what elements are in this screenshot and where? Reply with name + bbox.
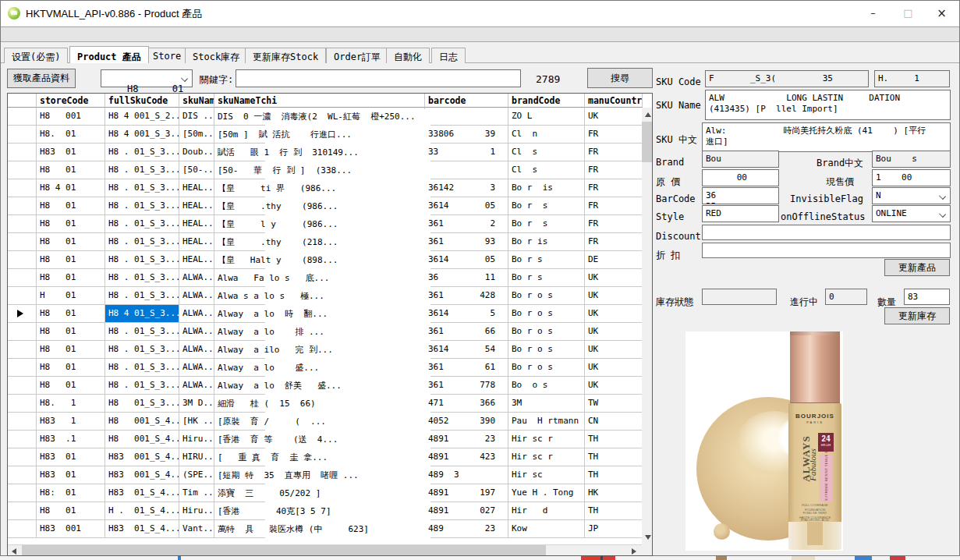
barcode-field[interactable]: 36 35 — [702, 187, 779, 204]
grid-cell[interactable]: [HK ... — [179, 413, 214, 431]
grid-corner-cell[interactable] — [8, 94, 37, 108]
grid-cell[interactable]: FR — [585, 161, 642, 179]
row-selector[interactable] — [8, 323, 37, 341]
grid-cell[interactable]: FR — [585, 144, 642, 161]
grid-cell[interactable]: UK — [585, 377, 642, 395]
grid-cell[interactable]: H8 01 — [37, 502, 105, 520]
grid-cell[interactable]: ALWA... — [179, 377, 214, 395]
grid-cell[interactable]: H8 . 01_S_3... — [105, 377, 179, 395]
vertical-scrollbar[interactable] — [642, 108, 653, 544]
tab-item-0[interactable]: 设置(必需) — [4, 48, 68, 63]
grid-cell[interactable]: UK — [585, 108, 642, 126]
grid-cell[interactable]: H8 01 — [37, 323, 105, 341]
grid-cell[interactable]: HEAL... — [179, 197, 214, 215]
grid-cell[interactable]: H83 001_S_4... — [105, 466, 179, 484]
grid-cell[interactable]: H83 01 — [37, 466, 105, 484]
stock-status-field[interactable] — [702, 289, 777, 305]
row-selector[interactable] — [8, 161, 37, 179]
grid-cell[interactable]: 3M — [508, 395, 585, 413]
grid-cell[interactable]: TH — [585, 502, 642, 520]
grid-cell[interactable]: JP — [585, 520, 642, 538]
grid-cell[interactable]: Yue H . Tong — [508, 484, 585, 502]
tab-item-5[interactable]: Order訂單 — [326, 48, 388, 63]
original-price-field[interactable]: 00 — [702, 169, 779, 186]
grid-cell[interactable]: DE — [585, 251, 642, 269]
grid-cell[interactable]: Cl s — [508, 161, 585, 179]
row-selector[interactable] — [8, 197, 37, 215]
grid-cell[interactable]: H8 01 — [37, 251, 105, 269]
grid-cell[interactable]: H83 01 — [37, 144, 105, 161]
grid-cell[interactable]: H8: 01 — [37, 484, 105, 502]
grid-cell[interactable]: Bo r s — [508, 197, 585, 215]
grid-cell[interactable]: HEAL... — [179, 251, 214, 269]
grid-cell[interactable]: UK — [585, 305, 642, 323]
grid-cell[interactable]: HEAL... — [179, 215, 214, 233]
grid-cell[interactable]: Cl n — [508, 126, 585, 144]
grid-cell[interactable]: ZO L — [508, 108, 585, 126]
grid-cell[interactable]: H 01 — [37, 287, 105, 305]
grid-cell[interactable]: H8 . 01_S_3... — [105, 197, 179, 215]
grid-cell[interactable]: Bo r o s — [508, 359, 585, 377]
grid-cell[interactable]: Bo o s — [508, 377, 585, 395]
tab-product[interactable]: Product 產品 — [69, 46, 149, 63]
grid-cell[interactable]: FR — [585, 179, 642, 197]
grid-cell[interactable]: Cl s — [508, 144, 585, 161]
grid-cell[interactable]: H83 01 — [37, 448, 105, 466]
grid-cell[interactable]: H8 01 — [37, 233, 105, 251]
grid-cell[interactable]: Pau H rtmann — [508, 413, 585, 431]
grid-cell[interactable]: TH — [585, 466, 642, 484]
grid-cell[interactable]: H8 4 001_S_2... — [105, 108, 179, 126]
row-selector[interactable] — [8, 341, 37, 359]
grid-cell[interactable]: Bo r s — [508, 215, 585, 233]
grid-cell[interactable]: Hiru... — [179, 431, 214, 448]
grid-cell[interactable]: H8 01 — [37, 215, 105, 233]
column-header-skuNameTchi[interactable]: skuNameTchi — [214, 94, 425, 108]
grid-cell[interactable]: TH — [585, 448, 642, 466]
column-header-manuCountry[interactable]: manuCountry — [585, 94, 643, 108]
row-selector[interactable] — [8, 108, 37, 126]
row-selector[interactable] — [8, 126, 37, 144]
row-selector[interactable] — [8, 431, 37, 448]
row-selector[interactable] — [8, 233, 37, 251]
grid-cell[interactable]: H8 01 — [37, 341, 105, 359]
grid-cell[interactable]: Bo r o s — [508, 287, 585, 305]
grid-cell[interactable]: 489 3 — [425, 466, 508, 484]
grid-cell[interactable]: H8 . 01_S_3... — [105, 341, 179, 359]
in-progress-field[interactable]: 0 — [825, 289, 867, 305]
grid-cell[interactable]: H83 .1 — [37, 431, 105, 448]
row-selector[interactable] — [8, 466, 37, 484]
grid-cell[interactable]: 361 61 — [425, 359, 508, 377]
column-header-brandCode[interactable]: brandCode — [508, 94, 585, 108]
sku-name-field[interactable]: ALW LONG LASTIN DATION (413435) [P llel … — [705, 90, 951, 120]
tab-item-3[interactable]: Stock庫存 — [185, 48, 247, 63]
on-offline-status-dropdown[interactable]: ONLINE — [872, 205, 951, 222]
grid-cell[interactable]: 3614 05 — [425, 197, 508, 215]
update-stock-button[interactable]: 更新庫存 — [884, 307, 950, 324]
update-product-button[interactable]: 更新產品 — [884, 259, 950, 276]
grid-cell[interactable]: FR — [585, 215, 642, 233]
grid-cell[interactable]: 471 366 — [425, 395, 508, 413]
row-selector[interactable] — [8, 502, 37, 520]
grid-cell[interactable]: UK — [585, 269, 642, 287]
grid-cell[interactable]: H83 01_S_4... — [105, 520, 179, 538]
grid-cell[interactable]: TH — [585, 431, 642, 448]
tab-item-7[interactable]: 日志 — [431, 48, 466, 63]
grid-cell[interactable]: Tim ... — [179, 484, 214, 502]
grid-cell[interactable]: H83 001 — [37, 520, 105, 538]
grid-cell[interactable]: H8 . 01_S_3... — [105, 233, 179, 251]
grid-cell[interactable]: H8 . 01_S_3... — [105, 144, 179, 161]
grid-cell[interactable]: 33806 39 — [425, 126, 508, 144]
grid-cell[interactable]: TW — [585, 395, 642, 413]
grid-cell[interactable]: H83 001_S_4... — [105, 448, 179, 466]
grid-cell[interactable]: UK — [585, 287, 642, 305]
row-selector[interactable] — [8, 413, 37, 431]
grid-cell[interactable]: Kow — [508, 520, 585, 538]
grid-cell[interactable]: H8. 01 — [37, 126, 105, 144]
horizontal-scroll-thumb[interactable] — [22, 545, 546, 556]
style-field[interactable]: RED — [702, 205, 779, 222]
column-header-barcode[interactable]: barcode — [425, 94, 508, 108]
grid-cell[interactable]: H83 01_S_4... — [105, 484, 179, 502]
grid-cell[interactable] — [425, 161, 508, 179]
grid-cell[interactable]: ALWA... — [179, 269, 214, 287]
vertical-scroll-thumb[interactable] — [642, 122, 652, 162]
